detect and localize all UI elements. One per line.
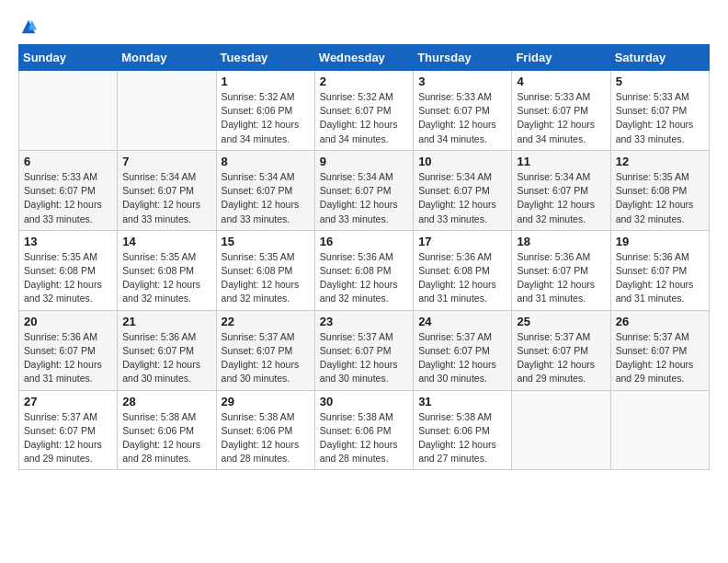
day-info: Sunrise: 5:38 AM Sunset: 6:06 PM Dayligh… xyxy=(122,410,210,466)
day-number: 7 xyxy=(122,155,210,168)
logo-icon xyxy=(20,18,37,35)
calendar-day-cell: 4Sunrise: 5:33 AM Sunset: 6:07 PM Daylig… xyxy=(512,71,610,151)
day-info: Sunrise: 5:38 AM Sunset: 6:06 PM Dayligh… xyxy=(222,410,310,466)
calendar-day-cell: 26Sunrise: 5:37 AM Sunset: 6:07 PM Dayli… xyxy=(610,310,709,390)
day-number: 29 xyxy=(222,395,310,408)
day-info: Sunrise: 5:34 AM Sunset: 6:07 PM Dayligh… xyxy=(122,170,210,226)
weekday-header-cell: Saturday xyxy=(610,45,709,71)
calendar-day-cell: 31Sunrise: 5:38 AM Sunset: 6:06 PM Dayli… xyxy=(414,390,512,470)
day-number: 25 xyxy=(517,315,605,328)
calendar-day-cell: 23Sunrise: 5:37 AM Sunset: 6:07 PM Dayli… xyxy=(314,310,413,390)
calendar-day-cell: 2Sunrise: 5:32 AM Sunset: 6:07 PM Daylig… xyxy=(314,71,413,151)
calendar-day-cell: 21Sunrise: 5:36 AM Sunset: 6:07 PM Dayli… xyxy=(118,310,216,390)
calendar-day-cell: 30Sunrise: 5:38 AM Sunset: 6:06 PM Dayli… xyxy=(314,390,413,470)
day-info: Sunrise: 5:35 AM Sunset: 6:08 PM Dayligh… xyxy=(24,250,112,306)
day-number: 21 xyxy=(122,315,210,328)
day-info: Sunrise: 5:37 AM Sunset: 6:07 PM Dayligh… xyxy=(24,410,112,466)
day-info: Sunrise: 5:35 AM Sunset: 6:08 PM Dayligh… xyxy=(122,250,210,306)
calendar-day-cell: 19Sunrise: 5:36 AM Sunset: 6:07 PM Dayli… xyxy=(610,230,709,310)
calendar-day-cell: 18Sunrise: 5:36 AM Sunset: 6:07 PM Dayli… xyxy=(512,230,610,310)
weekday-header-cell: Tuesday xyxy=(216,45,314,71)
day-info: Sunrise: 5:35 AM Sunset: 6:08 PM Dayligh… xyxy=(222,250,310,306)
calendar-week-row: 1Sunrise: 5:32 AM Sunset: 6:06 PM Daylig… xyxy=(19,71,710,151)
day-number: 17 xyxy=(418,235,506,248)
day-info: Sunrise: 5:38 AM Sunset: 6:06 PM Dayligh… xyxy=(418,410,506,466)
calendar-day-cell: 22Sunrise: 5:37 AM Sunset: 6:07 PM Dayli… xyxy=(216,310,314,390)
calendar-day-cell: 28Sunrise: 5:38 AM Sunset: 6:06 PM Dayli… xyxy=(118,390,216,470)
weekday-header-cell: Monday xyxy=(118,45,216,71)
day-number: 26 xyxy=(616,315,704,328)
calendar-day-cell xyxy=(512,390,610,470)
calendar-day-cell: 24Sunrise: 5:37 AM Sunset: 6:07 PM Dayli… xyxy=(414,310,512,390)
day-number: 13 xyxy=(24,235,112,248)
calendar-day-cell xyxy=(610,390,709,470)
calendar-day-cell: 25Sunrise: 5:37 AM Sunset: 6:07 PM Dayli… xyxy=(512,310,610,390)
day-number: 19 xyxy=(616,235,704,248)
calendar-week-row: 27Sunrise: 5:37 AM Sunset: 6:07 PM Dayli… xyxy=(19,390,710,470)
day-number: 20 xyxy=(24,315,112,328)
calendar-day-cell: 16Sunrise: 5:36 AM Sunset: 6:08 PM Dayli… xyxy=(314,230,413,310)
calendar-day-cell: 14Sunrise: 5:35 AM Sunset: 6:08 PM Dayli… xyxy=(118,230,216,310)
day-number: 5 xyxy=(616,75,704,88)
day-number: 23 xyxy=(320,315,408,328)
calendar-day-cell: 11Sunrise: 5:34 AM Sunset: 6:07 PM Dayli… xyxy=(512,150,610,230)
day-info: Sunrise: 5:33 AM Sunset: 6:07 PM Dayligh… xyxy=(24,170,112,226)
day-info: Sunrise: 5:34 AM Sunset: 6:07 PM Dayligh… xyxy=(222,170,310,226)
day-number: 14 xyxy=(122,235,210,248)
day-info: Sunrise: 5:36 AM Sunset: 6:07 PM Dayligh… xyxy=(122,330,210,386)
day-info: Sunrise: 5:37 AM Sunset: 6:07 PM Dayligh… xyxy=(320,330,408,386)
day-number: 2 xyxy=(320,75,408,88)
day-info: Sunrise: 5:32 AM Sunset: 6:07 PM Dayligh… xyxy=(320,90,408,146)
day-info: Sunrise: 5:36 AM Sunset: 6:07 PM Dayligh… xyxy=(24,330,112,386)
day-number: 28 xyxy=(122,395,210,408)
calendar-day-cell: 15Sunrise: 5:35 AM Sunset: 6:08 PM Dayli… xyxy=(216,230,314,310)
calendar-table: SundayMondayTuesdayWednesdayThursdayFrid… xyxy=(18,44,710,470)
day-number: 3 xyxy=(418,75,506,88)
day-number: 8 xyxy=(222,155,310,168)
day-info: Sunrise: 5:36 AM Sunset: 6:08 PM Dayligh… xyxy=(418,250,506,306)
day-number: 27 xyxy=(24,395,112,408)
day-info: Sunrise: 5:37 AM Sunset: 6:07 PM Dayligh… xyxy=(517,330,605,386)
weekday-header-row: SundayMondayTuesdayWednesdayThursdayFrid… xyxy=(19,45,710,71)
weekday-header-cell: Wednesday xyxy=(314,45,413,71)
calendar-day-cell: 10Sunrise: 5:34 AM Sunset: 6:07 PM Dayli… xyxy=(414,150,512,230)
day-number: 12 xyxy=(616,155,704,168)
calendar-day-cell: 8Sunrise: 5:34 AM Sunset: 6:07 PM Daylig… xyxy=(216,150,314,230)
day-info: Sunrise: 5:34 AM Sunset: 6:07 PM Dayligh… xyxy=(418,170,506,226)
day-info: Sunrise: 5:36 AM Sunset: 6:07 PM Dayligh… xyxy=(616,250,704,306)
calendar-week-row: 13Sunrise: 5:35 AM Sunset: 6:08 PM Dayli… xyxy=(19,230,710,310)
calendar-day-cell: 3Sunrise: 5:33 AM Sunset: 6:07 PM Daylig… xyxy=(414,71,512,151)
calendar-week-row: 20Sunrise: 5:36 AM Sunset: 6:07 PM Dayli… xyxy=(19,310,710,390)
calendar-day-cell xyxy=(118,71,216,151)
calendar-day-cell: 29Sunrise: 5:38 AM Sunset: 6:06 PM Dayli… xyxy=(216,390,314,470)
day-number: 24 xyxy=(418,315,506,328)
calendar-day-cell: 6Sunrise: 5:33 AM Sunset: 6:07 PM Daylig… xyxy=(19,150,118,230)
weekday-header-cell: Sunday xyxy=(19,45,118,71)
calendar-day-cell xyxy=(19,71,118,151)
day-info: Sunrise: 5:33 AM Sunset: 6:07 PM Dayligh… xyxy=(517,90,605,146)
logo xyxy=(18,18,37,35)
day-info: Sunrise: 5:37 AM Sunset: 6:07 PM Dayligh… xyxy=(418,330,506,386)
calendar-day-cell: 27Sunrise: 5:37 AM Sunset: 6:07 PM Dayli… xyxy=(19,390,118,470)
day-number: 11 xyxy=(517,155,605,168)
calendar-day-cell: 5Sunrise: 5:33 AM Sunset: 6:07 PM Daylig… xyxy=(610,71,709,151)
day-info: Sunrise: 5:34 AM Sunset: 6:07 PM Dayligh… xyxy=(517,170,605,226)
day-number: 10 xyxy=(418,155,506,168)
calendar-day-cell: 17Sunrise: 5:36 AM Sunset: 6:08 PM Dayli… xyxy=(414,230,512,310)
day-number: 1 xyxy=(222,75,310,88)
day-info: Sunrise: 5:34 AM Sunset: 6:07 PM Dayligh… xyxy=(320,170,408,226)
day-number: 9 xyxy=(320,155,408,168)
calendar-day-cell: 1Sunrise: 5:32 AM Sunset: 6:06 PM Daylig… xyxy=(216,71,314,151)
calendar-day-cell: 20Sunrise: 5:36 AM Sunset: 6:07 PM Dayli… xyxy=(19,310,118,390)
calendar-body: 1Sunrise: 5:32 AM Sunset: 6:06 PM Daylig… xyxy=(19,71,710,470)
day-info: Sunrise: 5:36 AM Sunset: 6:08 PM Dayligh… xyxy=(320,250,408,306)
day-info: Sunrise: 5:36 AM Sunset: 6:07 PM Dayligh… xyxy=(517,250,605,306)
day-info: Sunrise: 5:37 AM Sunset: 6:07 PM Dayligh… xyxy=(222,330,310,386)
calendar-day-cell: 13Sunrise: 5:35 AM Sunset: 6:08 PM Dayli… xyxy=(19,230,118,310)
day-info: Sunrise: 5:37 AM Sunset: 6:07 PM Dayligh… xyxy=(616,330,704,386)
day-number: 22 xyxy=(222,315,310,328)
day-info: Sunrise: 5:38 AM Sunset: 6:06 PM Dayligh… xyxy=(320,410,408,466)
day-number: 30 xyxy=(320,395,408,408)
day-info: Sunrise: 5:32 AM Sunset: 6:06 PM Dayligh… xyxy=(222,90,310,146)
day-info: Sunrise: 5:35 AM Sunset: 6:08 PM Dayligh… xyxy=(616,170,704,226)
